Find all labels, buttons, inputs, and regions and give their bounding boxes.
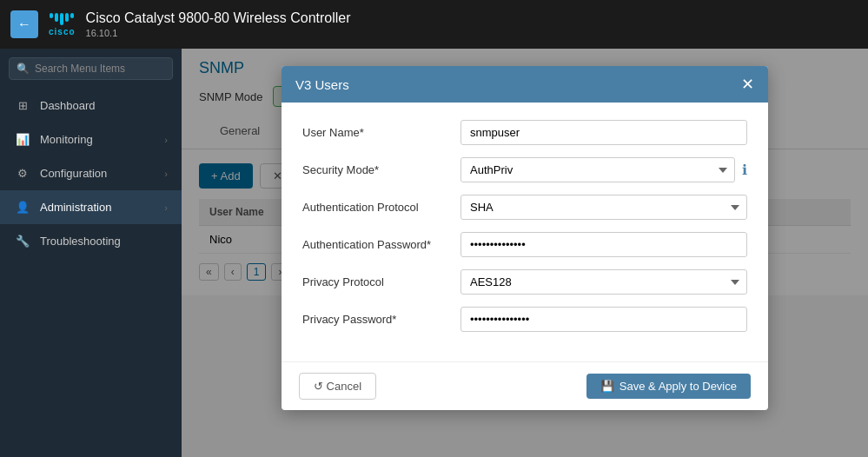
sidebar-item-dashboard[interactable]: ⊞ Dashboard	[0, 89, 182, 123]
sidebar: 🔍 ⊞ Dashboard 📊 Monitoring › ⚙ Configura…	[0, 49, 182, 457]
cisco-logo: cisco	[49, 13, 76, 36]
main-layout: 🔍 ⊞ Dashboard 📊 Monitoring › ⚙ Configura…	[0, 49, 868, 457]
privacy-password-label: Privacy Password*	[302, 313, 450, 326]
modal-title: V3 Users	[295, 77, 349, 92]
back-button[interactable]: ←	[10, 10, 38, 38]
cisco-logo-bars	[50, 13, 74, 25]
wrench-icon: 🔧	[14, 235, 31, 248]
gear-icon: ⚙	[14, 167, 31, 180]
modal-header: V3 Users ✕	[282, 66, 768, 103]
device-subtitle: 16.10.1	[86, 28, 351, 38]
privacy-protocol-select[interactable]: DES AES128 AES256	[461, 269, 747, 295]
content-area: SNMP SNMP Mode ENABLED 👁 General Communi…	[182, 49, 868, 457]
privacy-password-input[interactable]	[461, 307, 747, 332]
modal-close-button[interactable]: ✕	[741, 76, 754, 92]
username-label: User Name*	[302, 126, 450, 139]
privacy-protocol-wrapper: DES AES128 AES256	[461, 269, 747, 295]
chevron-right-icon: ›	[164, 202, 168, 213]
v3-users-modal: V3 Users ✕ User Name* Security Mode*	[282, 66, 768, 410]
auth-password-row: Authentication Password*	[302, 232, 747, 257]
sidebar-item-label: Configuration	[40, 167, 156, 180]
search-icon: 🔍	[17, 63, 30, 75]
sidebar-item-label: Administration	[40, 201, 156, 214]
device-title: Cisco Catalyst 9800-80 Wireless Controll…	[86, 10, 351, 26]
device-info: Cisco Catalyst 9800-80 Wireless Controll…	[86, 10, 351, 38]
save-apply-button[interactable]: 💾 Save & Apply to Device	[586, 374, 751, 399]
chevron-right-icon: ›	[164, 135, 168, 145]
auth-password-input[interactable]	[461, 232, 747, 257]
save-icon: 💾	[600, 380, 614, 393]
modal-body: User Name* Security Mode* NoAuthNoPriv A…	[282, 103, 768, 361]
security-mode-wrapper: NoAuthNoPriv AuthNoPriv AuthPriv ℹ	[461, 157, 747, 182]
security-mode-label: Security Mode*	[302, 163, 450, 176]
privacy-protocol-row: Privacy Protocol DES AES128 AES256	[302, 269, 747, 295]
sidebar-item-label: Dashboard	[40, 99, 168, 112]
save-apply-label: Save & Apply to Device	[620, 380, 737, 393]
grid-icon: ⊞	[14, 99, 31, 112]
sidebar-item-label: Troubleshooting	[40, 235, 168, 248]
username-input[interactable]	[461, 120, 747, 145]
search-input[interactable]	[35, 63, 165, 75]
cancel-button[interactable]: ↺ Cancel	[299, 373, 376, 400]
sidebar-item-monitoring[interactable]: 📊 Monitoring ›	[0, 123, 182, 156]
chart-icon: 📊	[14, 133, 31, 146]
person-icon: 👤	[14, 201, 31, 214]
username-row: User Name*	[302, 120, 747, 145]
auth-protocol-label: Authentication Protocol	[302, 201, 450, 214]
auth-protocol-select[interactable]: MD5 SHA	[461, 195, 747, 220]
auth-protocol-wrapper: MD5 SHA	[461, 195, 747, 220]
sidebar-item-troubleshooting[interactable]: 🔧 Troubleshooting	[0, 224, 182, 258]
sidebar-item-configuration[interactable]: ⚙ Configuration ›	[0, 156, 182, 190]
cisco-logo-text: cisco	[49, 27, 76, 36]
chevron-right-icon: ›	[164, 169, 168, 179]
security-mode-row: Security Mode* NoAuthNoPriv AuthNoPriv A…	[302, 157, 747, 182]
sidebar-item-label: Monitoring	[40, 133, 156, 146]
privacy-protocol-label: Privacy Protocol	[302, 275, 450, 288]
top-bar: ← cisco Cisco Catalyst 9800-80 Wireless …	[0, 0, 868, 49]
security-mode-select[interactable]: NoAuthNoPriv AuthNoPriv AuthPriv	[461, 157, 735, 182]
auth-password-label: Authentication Password*	[302, 238, 450, 251]
modal-footer: ↺ Cancel 💾 Save & Apply to Device	[282, 361, 768, 410]
privacy-password-row: Privacy Password*	[302, 307, 747, 332]
auth-protocol-row: Authentication Protocol MD5 SHA	[302, 195, 747, 220]
modal-overlay: V3 Users ✕ User Name* Security Mode*	[182, 49, 868, 457]
sidebar-item-administration[interactable]: 👤 Administration ›	[0, 190, 182, 224]
info-icon[interactable]: ℹ	[742, 162, 747, 178]
sidebar-search[interactable]: 🔍	[9, 57, 173, 80]
